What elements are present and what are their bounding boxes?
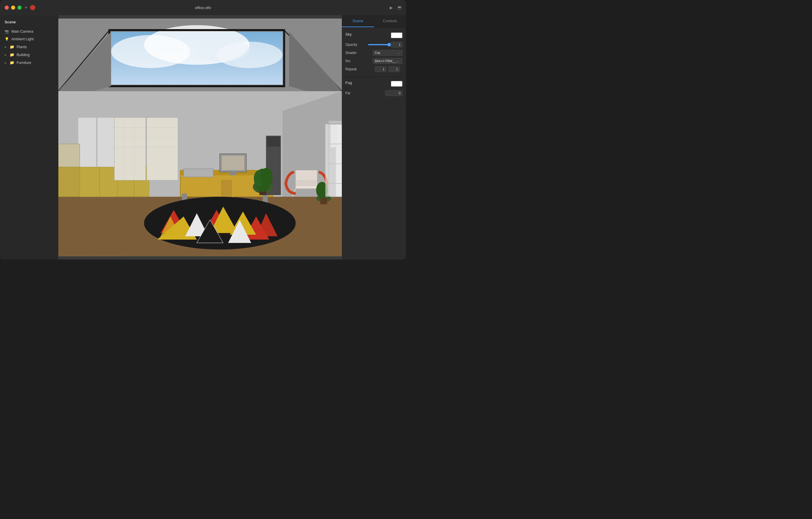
- chevron-right-icon: ▶: [5, 46, 7, 49]
- sky-color-swatch[interactable]: [391, 32, 403, 38]
- export-button[interactable]: ⬒: [398, 5, 401, 10]
- shader-select[interactable]: Flat ⌄: [373, 50, 403, 56]
- chevron-right-icon: ▶: [5, 53, 7, 56]
- slider-fill: [368, 44, 389, 45]
- light-icon: 💡: [5, 37, 9, 41]
- sidebar-item-ambient-light[interactable]: 💡 Ambient Light: [0, 35, 58, 43]
- chevron-right-icon: ▶: [5, 61, 7, 64]
- svg-point-64: [261, 168, 273, 186]
- slider-thumb[interactable]: [387, 43, 391, 47]
- sidebar-item-label: Plants: [17, 45, 27, 49]
- tab-controls[interactable]: Controls: [374, 15, 406, 27]
- svg-rect-37: [114, 118, 146, 181]
- sidebar-item-label: Building: [17, 53, 29, 57]
- svg-rect-59: [267, 137, 280, 146]
- shader-value: Flat: [375, 51, 380, 55]
- fog-color-swatch[interactable]: [391, 81, 403, 87]
- sidebar-item-label: Main Camera: [11, 29, 33, 33]
- sidebar-item-building[interactable]: ▶ 📁 Building: [0, 51, 58, 59]
- maximize-button[interactable]: [18, 5, 22, 10]
- camera-icon: 📷: [5, 29, 9, 33]
- close-button[interactable]: [5, 5, 9, 10]
- viewport-canvas: [58, 15, 342, 260]
- repeat-fields: 1 1: [375, 66, 403, 72]
- slider-track: [368, 44, 389, 45]
- sidebar-title: Scene: [0, 20, 58, 28]
- far-input[interactable]: 0: [385, 90, 403, 96]
- sidebar-item-label: Ambient Light: [11, 37, 33, 41]
- svg-rect-68: [296, 171, 317, 179]
- sidebar-item-label: Furniture: [17, 61, 31, 65]
- play-button[interactable]: ▶: [390, 5, 393, 10]
- right-panel: Scene Controls Sky Opacity: [342, 15, 406, 260]
- shader-row: Shader Flat ⌄: [345, 50, 403, 56]
- svg-rect-52: [221, 156, 244, 170]
- svg-point-7: [197, 38, 250, 61]
- repeat-y-input[interactable]: 1: [388, 66, 400, 72]
- main-layout: Scene 📷 Main Camera 💡 Ambient Light ▶ 📁 …: [0, 15, 406, 260]
- svg-rect-69: [296, 180, 317, 186]
- opacity-input[interactable]: 1: [391, 42, 403, 48]
- repeat-row: Repeat 1 1: [345, 66, 403, 72]
- svg-rect-72: [329, 121, 342, 124]
- svg-rect-78: [321, 198, 327, 204]
- traffic-lights: [5, 5, 22, 10]
- panel-tabs: Scene Controls: [342, 15, 406, 27]
- sidebar-item-main-camera[interactable]: 📷 Main Camera: [0, 28, 58, 35]
- src-input[interactable]: BkKnY-PBM__Free ...: [373, 58, 403, 64]
- opacity-slider[interactable]: [368, 44, 389, 45]
- titlebar-actions: ▶ ⬒: [390, 5, 401, 10]
- svg-rect-53: [230, 172, 236, 175]
- far-label: Far: [345, 91, 383, 95]
- sidebar: Scene 📷 Main Camera 💡 Ambient Light ▶ 📁 …: [0, 15, 58, 260]
- tab-scene[interactable]: Scene: [342, 15, 374, 27]
- svg-rect-57: [221, 180, 231, 198]
- shader-label: Shader: [345, 51, 371, 55]
- folder-icon: 📁: [10, 60, 14, 65]
- fog-section: Fog Far 0: [345, 79, 403, 96]
- svg-rect-32: [58, 167, 80, 197]
- folder-icon: 📁: [10, 45, 14, 49]
- fog-header: Fog: [345, 81, 352, 85]
- app-icon: [30, 5, 35, 10]
- repeat-label: Repeat: [345, 67, 373, 71]
- sky-section: Sky Opacity 1: [345, 31, 403, 72]
- fog-header-row: Fog: [345, 79, 403, 88]
- svg-rect-38: [147, 118, 178, 181]
- src-row: Src BkKnY-PBM__Free ...: [345, 58, 403, 64]
- panel-content: Sky Opacity 1: [342, 27, 406, 260]
- viewport[interactable]: [58, 15, 342, 260]
- chevron-down-icon: ⌄: [398, 51, 401, 55]
- sidebar-item-plants[interactable]: ▶ 📁 Plants: [0, 43, 58, 51]
- repeat-x-input[interactable]: 1: [375, 66, 386, 72]
- titlebar: + office.otfx ▶ ⬒: [0, 0, 406, 15]
- sky-header: Sky: [345, 32, 352, 36]
- svg-rect-92: [325, 124, 342, 197]
- svg-rect-33: [80, 167, 99, 197]
- opacity-label: Opacity: [345, 43, 366, 47]
- svg-rect-54: [183, 169, 213, 177]
- new-tab-button[interactable]: +: [25, 5, 28, 10]
- minimize-button[interactable]: [11, 5, 15, 10]
- sidebar-item-furniture[interactable]: ▶ 📁 Furniture: [0, 59, 58, 66]
- src-label: Src: [345, 59, 371, 63]
- opacity-row: Opacity 1: [345, 42, 403, 48]
- sky-header-row: Sky: [345, 31, 403, 39]
- folder-icon: 📁: [10, 53, 14, 57]
- window-title: office.otfx: [195, 5, 211, 10]
- far-row: Far 0: [345, 90, 403, 96]
- section-divider: [345, 77, 403, 77]
